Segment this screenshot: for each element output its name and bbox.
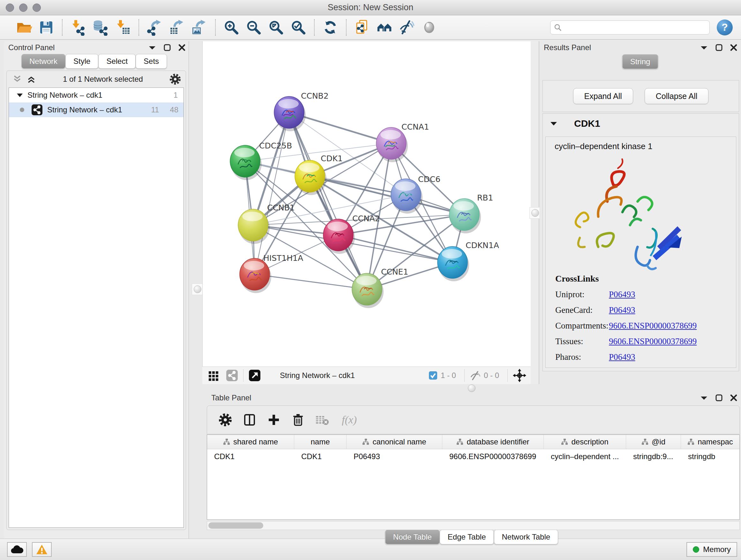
- scrollbar-thumb[interactable]: [208, 522, 263, 529]
- detach-view-icon[interactable]: [249, 369, 261, 381]
- network-node-ccna1[interactable]: [376, 127, 408, 162]
- tab-node-table[interactable]: Node Table: [385, 530, 440, 544]
- export-image-button[interactable]: [190, 18, 209, 37]
- selected-checkbox-icon[interactable]: [428, 371, 437, 380]
- left-splitter-handle[interactable]: [192, 284, 203, 295]
- hidden-eye-icon[interactable]: [470, 371, 481, 380]
- zoom-fit-button[interactable]: [267, 18, 285, 37]
- crosslink-label: Pharos:: [555, 352, 609, 362]
- table-horizontal-scrollbar[interactable]: [207, 521, 740, 530]
- close-panel-icon[interactable]: [730, 394, 737, 401]
- search-input[interactable]: [562, 21, 710, 34]
- tab-sets[interactable]: Sets: [136, 54, 167, 69]
- export-network-button[interactable]: [145, 18, 164, 37]
- network-collection-row[interactable]: String Network – cdk1 1: [9, 88, 184, 103]
- network-edge[interactable]: [338, 235, 453, 262]
- open-session-button[interactable]: [15, 18, 33, 37]
- delete-column-button[interactable]: [289, 411, 307, 429]
- main-toolbar: ?: [0, 15, 741, 40]
- export-table-button[interactable]: [168, 18, 186, 37]
- refresh-button[interactable]: [321, 18, 340, 37]
- node-label: CDC6: [418, 175, 441, 184]
- save-session-button[interactable]: [37, 18, 56, 37]
- tab-network[interactable]: Network: [21, 54, 65, 69]
- panel-menu-icon[interactable]: [148, 45, 156, 50]
- table-options-button[interactable]: [216, 411, 234, 429]
- panel-menu-icon[interactable]: [700, 395, 708, 400]
- crosslink-link[interactable]: P06493: [609, 352, 635, 362]
- pan-move-icon[interactable]: [513, 369, 526, 382]
- gear-icon[interactable]: [170, 74, 181, 84]
- warning-status-button[interactable]: [32, 542, 52, 557]
- show-all-button[interactable]: [420, 18, 439, 37]
- close-panel-icon[interactable]: [730, 44, 737, 51]
- network-node-ccne1[interactable]: [352, 273, 384, 308]
- tree-expander-icon[interactable]: [17, 92, 23, 98]
- table-row[interactable]: CDK1 CDK1 P06493 9606.ENSP00000378699 cy…: [207, 449, 739, 463]
- crosslink-label: Uniprot:: [555, 290, 609, 300]
- zoom-out-button[interactable]: [245, 18, 263, 37]
- network-node-cdk1[interactable]: [295, 160, 327, 195]
- float-panel-icon[interactable]: [716, 44, 723, 51]
- network-canvas[interactable]: CCNB2CCNA1CDC25BCDK1CDC6RB1CCNB1CCNA2CDK…: [202, 41, 531, 367]
- network-node-ccnb2[interactable]: [274, 97, 306, 131]
- tab-select[interactable]: Select: [98, 54, 136, 69]
- import-network-from-database-button[interactable]: [91, 18, 110, 37]
- network-edge[interactable]: [255, 112, 289, 274]
- grid-view-icon[interactable]: [208, 370, 219, 381]
- column-header-database-identifier[interactable]: database identifier: [442, 435, 544, 449]
- network-row-selected[interactable]: String Network – cdk1 11 48: [9, 103, 184, 117]
- memory-button[interactable]: Memory: [686, 542, 737, 557]
- network-node-cdc25b[interactable]: [230, 145, 262, 180]
- crosslink-link[interactable]: 9606.ENSP00000378699: [609, 336, 697, 347]
- collapse-all-icon[interactable]: [12, 75, 22, 84]
- network-edge[interactable]: [310, 176, 464, 214]
- network-view-icon[interactable]: [226, 369, 238, 381]
- section-expander-icon[interactable]: [550, 121, 557, 126]
- return-to-start-button[interactable]: [375, 18, 394, 37]
- cell-shared-name: CDK1: [207, 449, 294, 463]
- network-node-rb1[interactable]: [449, 199, 481, 233]
- import-table-from-file-button[interactable]: [114, 18, 132, 37]
- first-neighbors-button[interactable]: [353, 18, 372, 37]
- collapse-all-button[interactable]: Collapse All: [645, 88, 709, 104]
- column-header-description[interactable]: description: [544, 435, 626, 449]
- network-node-hist1h1a[interactable]: [240, 258, 271, 293]
- zoom-selected-button[interactable]: [289, 18, 308, 37]
- crosslink-link[interactable]: P06493: [609, 290, 635, 300]
- close-panel-icon[interactable]: [179, 44, 185, 51]
- expand-all-button[interactable]: Expand All: [573, 88, 633, 104]
- float-panel-icon[interactable]: [164, 44, 171, 51]
- function-builder-button[interactable]: f(x): [342, 414, 357, 426]
- column-header-name[interactable]: name: [294, 435, 347, 449]
- expand-all-icon[interactable]: [26, 75, 36, 84]
- column-header-shared-name[interactable]: shared name: [207, 435, 294, 449]
- float-panel-icon[interactable]: [716, 394, 723, 401]
- cloud-status-button[interactable]: [7, 542, 27, 557]
- network-edge[interactable]: [255, 274, 367, 289]
- tab-style[interactable]: Style: [65, 54, 98, 69]
- import-network-from-file-button[interactable]: [69, 18, 87, 37]
- trash-icon: [291, 413, 305, 427]
- tab-network-table[interactable]: Network Table: [494, 530, 558, 544]
- crosslink-link[interactable]: 9606.ENSP00000378699: [609, 321, 697, 331]
- hide-selected-button[interactable]: [398, 18, 416, 37]
- help-button[interactable]: ?: [717, 19, 733, 36]
- tab-string[interactable]: String: [622, 54, 658, 69]
- crosslink-link[interactable]: P06493: [609, 305, 635, 315]
- network-node-cdc6[interactable]: [391, 179, 422, 213]
- zoom-in-button[interactable]: [222, 18, 241, 37]
- tab-edge-table[interactable]: Edge Table: [440, 530, 494, 544]
- panel-menu-icon[interactable]: [700, 45, 708, 50]
- export-image-icon: [191, 19, 208, 36]
- show-columns-button[interactable]: [240, 411, 259, 429]
- delete-table-button[interactable]: [313, 411, 332, 429]
- column-header-namespace[interactable]: namespac: [681, 435, 739, 449]
- toolbar-separator: [346, 19, 347, 36]
- network-node-cdkn1a[interactable]: [437, 246, 469, 281]
- column-header-canonical-name[interactable]: canonical name: [347, 435, 442, 449]
- column-header-id[interactable]: @id: [626, 435, 681, 449]
- zoom-selected-icon: [290, 19, 307, 36]
- create-column-button[interactable]: [265, 411, 283, 429]
- crosslink-row: Uniprot: P06493: [555, 290, 697, 300]
